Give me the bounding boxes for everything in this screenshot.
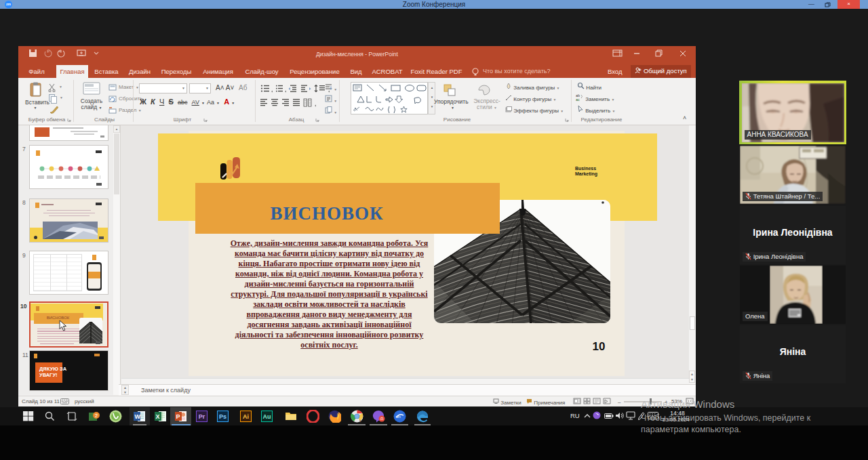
svg-text:2: 2	[95, 413, 98, 418]
svg-text:am: am	[396, 415, 401, 419]
svg-text:P: P	[176, 413, 180, 420]
svg-text:ac: ac	[576, 98, 580, 101]
svg-text:W: W	[135, 413, 141, 420]
svg-text:X: X	[156, 413, 160, 420]
